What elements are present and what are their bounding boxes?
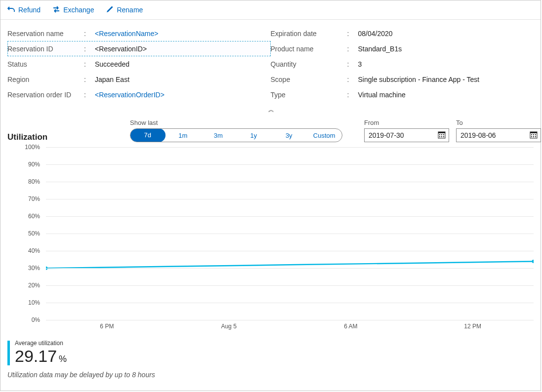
stat-text: Average utilization 29.17% xyxy=(15,340,67,366)
stat-value: 29.17 xyxy=(15,347,57,365)
chart-x-axis: 6 PMAug 56 AM12 PM xyxy=(46,323,534,335)
detail-row: Reservation name:<ReservationName> xyxy=(7,26,271,41)
detail-value-link[interactable]: <ReservationName> xyxy=(95,30,158,38)
svg-rect-2 xyxy=(438,132,445,133)
detail-row: Reservation order ID:<ReservationOrderID… xyxy=(7,87,271,102)
average-utilization-stat: Average utilization 29.17% xyxy=(0,337,541,366)
detail-value: Virtual machine xyxy=(358,91,406,99)
show-last-group: Show last 7d1m3m1y3yCustom xyxy=(130,119,342,142)
detail-value-link[interactable]: <ReservationOrderID> xyxy=(95,91,165,99)
svg-rect-15 xyxy=(533,136,534,137)
colon: : xyxy=(347,60,358,68)
x-tick-label: Aug 5 xyxy=(221,323,236,330)
range-7d[interactable]: 7d xyxy=(130,128,166,142)
svg-rect-8 xyxy=(443,136,444,137)
colon: : xyxy=(84,30,95,38)
svg-rect-14 xyxy=(531,136,532,137)
calendar-icon xyxy=(438,131,446,140)
from-date-col: From 2019-07-30 xyxy=(364,119,449,142)
gridline xyxy=(46,320,534,320)
detail-value: Standard_B1s xyxy=(358,45,402,53)
range-3m[interactable]: 3m xyxy=(201,132,236,139)
y-tick-label: 70% xyxy=(7,196,40,202)
gridline xyxy=(46,182,534,182)
svg-rect-6 xyxy=(439,136,440,137)
colon: : xyxy=(347,30,358,38)
collapse-toggle[interactable]: ︽ xyxy=(0,105,541,114)
colon: : xyxy=(84,76,95,83)
pencil-icon xyxy=(106,5,114,15)
detail-label: Product name xyxy=(271,45,347,53)
exchange-label: Exchange xyxy=(63,6,94,14)
detail-label: Reservation order ID xyxy=(7,91,84,99)
stat-unit: % xyxy=(59,354,67,364)
gridline xyxy=(46,251,534,251)
range-pill: 7d1m3m1y3yCustom xyxy=(130,128,342,142)
from-date-input[interactable]: 2019-07-30 xyxy=(364,128,449,142)
detail-label: Expiration date xyxy=(271,30,347,38)
y-tick-label: 100% xyxy=(7,144,40,151)
rename-button[interactable]: Rename xyxy=(106,5,143,15)
app-frame: Refund Exchange Rename Reservation name:… xyxy=(0,0,541,391)
detail-label: Status xyxy=(7,60,84,68)
exchange-button[interactable]: Exchange xyxy=(52,5,94,15)
svg-rect-12 xyxy=(533,134,534,135)
chevron-up-double-icon: ︽ xyxy=(268,106,273,114)
x-tick-label: 6 PM xyxy=(100,323,114,330)
detail-label: Reservation ID xyxy=(7,45,84,53)
utilization-chart: 0%10%20%30%40%50%60%70%80%90%100% 6 PMAu… xyxy=(0,142,541,337)
show-last-label: Show last xyxy=(130,119,342,126)
x-tick-label: 6 AM xyxy=(344,323,357,330)
svg-rect-11 xyxy=(531,134,532,135)
y-tick-label: 40% xyxy=(7,247,40,254)
detail-row: Scope:Single subscription - Finance App … xyxy=(271,72,534,87)
range-3y[interactable]: 3y xyxy=(271,132,307,139)
y-tick-label: 80% xyxy=(7,178,40,185)
to-label: To xyxy=(456,119,541,126)
detail-value: Single subscription - Finance App - Test xyxy=(358,76,480,83)
delay-note: Utilization data may be delayed by up to… xyxy=(0,366,541,384)
detail-row: Region:Japan East xyxy=(7,72,271,87)
gridline xyxy=(46,199,534,199)
svg-rect-10 xyxy=(530,132,537,133)
toolbar: Refund Exchange Rename xyxy=(0,0,541,20)
detail-row: Reservation ID:<ReservationID> xyxy=(7,41,271,56)
utilization-header: Utilization Show last 7d1m3m1y3yCustom F… xyxy=(0,114,541,142)
svg-rect-3 xyxy=(439,134,440,135)
details-panel: Reservation name:<ReservationName>Reserv… xyxy=(0,20,541,105)
from-label: From xyxy=(364,119,449,126)
colon: : xyxy=(347,91,358,99)
refund-button[interactable]: Refund xyxy=(7,5,41,15)
to-date-value: 2019-08-06 xyxy=(460,131,496,139)
range-1m[interactable]: 1m xyxy=(166,132,201,139)
range-custom[interactable]: Custom xyxy=(307,132,342,139)
y-tick-label: 50% xyxy=(7,230,40,237)
from-date-value: 2019-07-30 xyxy=(369,131,404,139)
svg-rect-16 xyxy=(535,136,536,137)
y-tick-label: 60% xyxy=(7,213,40,220)
details-left-column: Reservation name:<ReservationName>Reserv… xyxy=(7,26,271,102)
y-tick-label: 30% xyxy=(7,265,40,272)
to-date-input[interactable]: 2019-08-06 xyxy=(456,128,541,142)
to-date-col: To 2019-08-06 xyxy=(456,119,541,142)
stat-value-row: 29.17% xyxy=(15,347,67,366)
gridline xyxy=(46,303,534,303)
detail-row: Product name:Standard_B1s xyxy=(271,41,534,56)
detail-label: Reservation name xyxy=(7,30,84,38)
colon: : xyxy=(347,45,358,53)
x-tick-label: 12 PM xyxy=(464,323,481,330)
detail-value: <ReservationID> xyxy=(95,45,147,53)
detail-label: Type xyxy=(271,91,347,99)
undo-icon xyxy=(7,5,15,15)
gridline xyxy=(46,216,534,217)
detail-label: Quantity xyxy=(271,60,347,68)
chart-line-svg xyxy=(46,147,534,317)
svg-rect-5 xyxy=(443,134,444,135)
colon: : xyxy=(347,76,358,83)
date-range-group: From 2019-07-30 To 2019-08-06 xyxy=(364,119,541,142)
svg-rect-7 xyxy=(441,136,442,137)
stat-accent-bar xyxy=(7,341,10,365)
range-1y[interactable]: 1y xyxy=(236,132,272,139)
rename-label: Rename xyxy=(117,6,143,14)
colon: : xyxy=(84,45,95,53)
